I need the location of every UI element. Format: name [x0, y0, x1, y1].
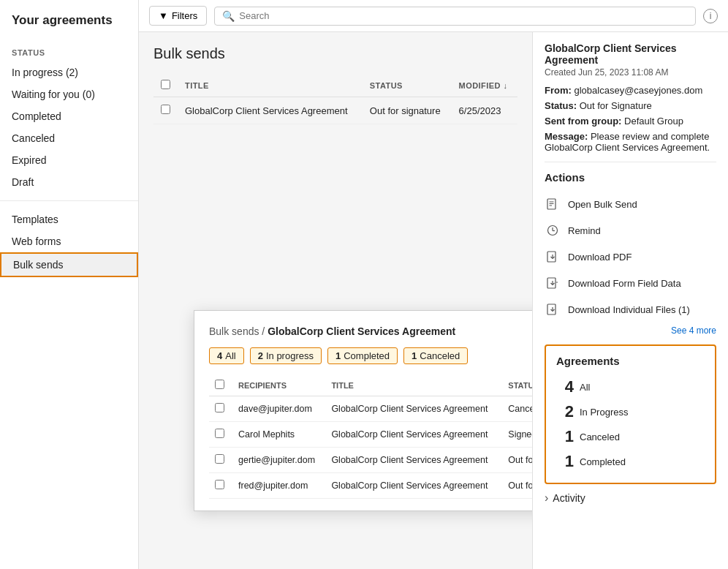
sidebar-item-completed[interactable]: Completed [0, 105, 138, 127]
popup-title-0: GlobalCorp Client Services Agreement [325, 396, 502, 422]
agreements-num-canceled: 1 [556, 427, 574, 446]
actions-title: Actions [545, 171, 716, 184]
open-bulk-send-label: Open Bulk Send [568, 199, 637, 210]
agreements-row-all[interactable]: 4 All [556, 374, 705, 399]
sidebar-item-draft[interactable]: Draft [0, 171, 138, 193]
remind-label: Remind [568, 225, 601, 236]
filter-icon: ▼ [159, 10, 168, 21]
page-area: Bulk sends TITLE STATUS MODIFIED ↓ [139, 32, 728, 569]
content-list-title: Bulk sends [153, 45, 517, 62]
agreements-num-in-progress: 2 [556, 402, 574, 421]
popup-row-checkbox-0[interactable] [215, 403, 224, 412]
breadcrumb-prefix: Bulk sends / [209, 325, 268, 337]
select-all-checkbox[interactable] [161, 80, 170, 89]
activity-chevron-icon: › [545, 491, 548, 505]
sidebar-divider [0, 200, 138, 201]
agreements-label-all: All [580, 382, 590, 393]
download-individual-files-icon [545, 301, 561, 317]
agreements-num-completed: 1 [556, 452, 574, 471]
sidebar-title: Your agreements [0, 0, 138, 38]
col-checkbox [153, 74, 178, 97]
sidebar-item-bulk-sends[interactable]: Bulk sends [0, 252, 138, 277]
agreements-row-in-progress[interactable]: 2 In Progress [556, 399, 705, 424]
info-icon[interactable]: i [703, 9, 718, 23]
popup-row-checkbox-1[interactable] [215, 429, 224, 438]
divider-1 [545, 162, 716, 162]
activity-section[interactable]: › Activity [545, 491, 716, 505]
popup-row[interactable]: dave@jupiter.dom GlobalCorp Client Servi… [209, 396, 532, 422]
popup-select-all[interactable] [215, 380, 224, 389]
right-panel: GlobalCorp Client Services Agreement Cre… [532, 32, 728, 569]
download-pdf-label: Download PDF [568, 252, 632, 263]
popup-col-status: STATUS [502, 374, 532, 396]
action-download-pdf[interactable]: Download PDF [545, 244, 716, 270]
filter-button[interactable]: ▼ Filters [149, 6, 207, 26]
right-panel-title: GlobalCorp Client Services Agreement [545, 42, 716, 66]
popup-status-2: Out for signature [502, 448, 532, 473]
search-icon: 🔍 [222, 10, 235, 22]
sort-icon: ↓ [503, 81, 507, 90]
popup-status-3: Out for signature [502, 473, 532, 499]
popup-row[interactable]: Carol Mephits GlobalCorp Client Services… [209, 422, 532, 448]
popup-row-checkbox-3[interactable] [215, 480, 224, 489]
popup-filter-tabs: 4 All 2 In progress 1 Completed 1 [209, 347, 532, 364]
row-checkbox[interactable] [161, 105, 170, 114]
popup-col-recipients: RECIPIENTS [232, 374, 325, 396]
sidebar-item-waiting[interactable]: Waiting for you (0) [0, 83, 138, 105]
agreements-label-canceled: Canceled [580, 432, 620, 442]
agreements-box-title: Agreements [556, 355, 705, 367]
action-open-bulk-send[interactable]: Open Bulk Send [545, 191, 716, 217]
agreements-box: Agreements 4 All 2 In Progress 1 Cancele… [545, 344, 716, 484]
right-panel-message: Message: Please review and complete Glob… [545, 131, 716, 153]
popup-recipient-3: fred@jupiter.dom [232, 473, 325, 499]
action-download-form-field[interactable]: Download Form Field Data [545, 270, 716, 296]
download-individual-files-label: Download Individual Files (1) [568, 304, 690, 315]
popup-status-1: Signed [502, 422, 532, 448]
table-row[interactable]: GlobalCorp Client Services Agreement Out… [153, 97, 517, 124]
row-modified: 6/25/2023 [452, 97, 517, 124]
popup-row[interactable]: fred@jupiter.dom GlobalCorp Client Servi… [209, 473, 532, 499]
filter-tab-completed[interactable]: 1 Completed [327, 347, 398, 364]
filter-tab-canceled[interactable]: 1 Canceled [403, 347, 468, 364]
sidebar-item-templates[interactable]: Templates [0, 208, 138, 230]
col-title: TITLE [178, 74, 363, 97]
sidebar-item-canceled[interactable]: Canceled [0, 127, 138, 149]
see-more-link[interactable]: See 4 more [545, 325, 716, 336]
right-panel-created: Created Jun 25, 2023 11:08 AM [545, 67, 716, 78]
popup-title-1: GlobalCorp Client Services Agreement [325, 422, 502, 448]
right-panel-from: From: globalcasey@caseyjones.dom [545, 85, 716, 96]
bulk-sends-table: TITLE STATUS MODIFIED ↓ GlobalCorp Clien… [153, 74, 517, 124]
sidebar: Your agreements STATUS In progress (2) W… [0, 0, 139, 569]
row-checkbox-cell [153, 97, 178, 124]
agreements-row-completed[interactable]: 1 Completed [556, 449, 705, 474]
filter-tab-all[interactable]: 4 All [209, 347, 244, 364]
action-remind[interactable]: Remind [545, 217, 716, 244]
popup-row[interactable]: gertie@jupiter.dom GlobalCorp Client Ser… [209, 448, 532, 473]
row-status: Out for signature [363, 97, 452, 124]
search-input[interactable] [239, 10, 688, 21]
download-form-field-icon [545, 275, 561, 291]
col-status: STATUS [363, 74, 452, 97]
content-list: Bulk sends TITLE STATUS MODIFIED ↓ [139, 32, 532, 569]
right-panel-sent-from: Sent from group: Default Group [545, 116, 716, 127]
agreements-row-canceled[interactable]: 1 Canceled [556, 424, 705, 449]
filter-tab-in-progress[interactable]: 2 In progress [250, 347, 322, 364]
sidebar-item-expired[interactable]: Expired [0, 149, 138, 171]
row-title: GlobalCorp Client Services Agreement [178, 97, 363, 124]
action-download-individual-files[interactable]: Download Individual Files (1) [545, 296, 716, 323]
popup-table: RECIPIENTS TITLE STATUS MODIFIED ↓ [209, 374, 532, 499]
popup-row-checkbox-2[interactable] [215, 454, 224, 464]
sidebar-item-webforms[interactable]: Web forms [0, 230, 138, 252]
popup-breadcrumb: Bulk sends / GlobalCorp Client Services … [209, 325, 532, 337]
filter-label: Filters [172, 10, 197, 21]
open-bulk-send-icon [545, 196, 561, 212]
main-content: ▼ Filters 🔍 i Bulk sends TITLE S [139, 0, 728, 569]
popup-status-0: Canceled [502, 396, 532, 422]
agreements-num-all: 4 [556, 377, 574, 396]
sidebar-status-label: STATUS [0, 38, 138, 61]
right-panel-status: Status: Out for Signature [545, 100, 716, 111]
remind-icon [545, 222, 561, 238]
activity-label: Activity [553, 492, 585, 504]
topbar: ▼ Filters 🔍 i [139, 0, 728, 32]
sidebar-item-in-progress[interactable]: In progress (2) [0, 61, 138, 83]
